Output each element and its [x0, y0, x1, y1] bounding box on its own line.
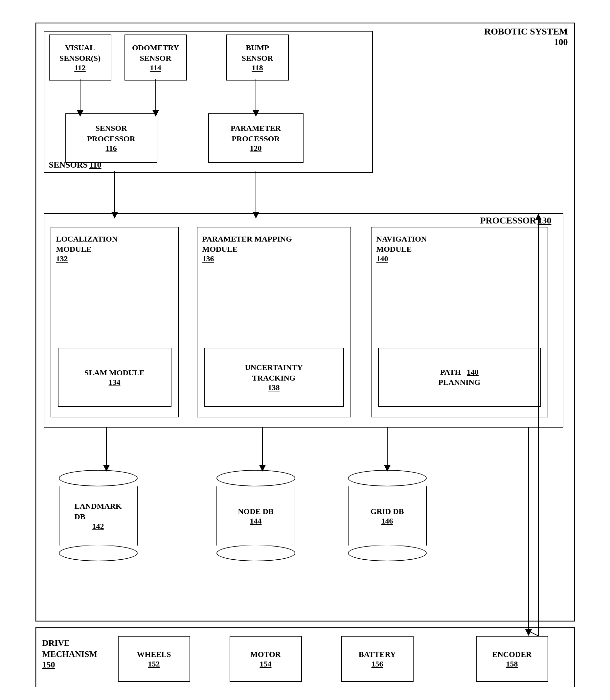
svg-marker-21 [525, 629, 532, 636]
odometry-sensor-box: ODOMETRYSENSOR 114 [125, 34, 187, 80]
diagram-container: ROBOTIC SYSTEM 100 SENSORS 110 VISUALSEN… [26, 13, 584, 687]
svg-marker-11 [111, 212, 118, 219]
sensor-processor-box: SENSORPROCESSOR 116 [65, 113, 157, 163]
localization-module-box: LOCALIZATIONMODULE 132 SLAM MODULE 134 [51, 227, 179, 417]
wheels-box: WHEELS 152 [118, 636, 190, 682]
motor-box: MOTOR 154 [230, 636, 302, 682]
battery-box: BATTERY 156 [341, 636, 414, 682]
encoder-box: ENCODER 158 [476, 636, 548, 682]
path-planning-box: PATH 140PLANNING [378, 348, 541, 407]
svg-line-24 [529, 631, 539, 636]
drive-mechanism-label: DRIVEMECHANISM 150 [42, 638, 98, 670]
robotic-system-label: ROBOTIC SYSTEM 100 [484, 26, 568, 47]
processor-label: PROCESSOR 130 [480, 215, 551, 226]
grid-db-cylinder: GRID DB 146 [348, 470, 427, 561]
node-db-cylinder: NODE DB 144 [216, 470, 295, 561]
visual-sensor-box: VISUALSENSOR(S) 112 [49, 34, 111, 80]
parameter-mapping-module-box: PARAMETER MAPPINGMODULE 136 UNCERTAINTYT… [197, 227, 351, 417]
navigation-module-box: NAVIGATIONMODULE 140 PATH 140PLANNING [371, 227, 548, 417]
parameter-processor-box: PARAMETERPROCESSOR 120 [208, 113, 304, 163]
uncertainty-tracking-box: UNCERTAINTYTRACKING 138 [204, 348, 344, 407]
bump-sensor-box: BUMPSENSOR 118 [226, 34, 289, 80]
slam-module-box: SLAM MODULE 134 [58, 348, 172, 407]
svg-marker-13 [253, 212, 259, 219]
landmark-db-cylinder: LANDMARKDB 142 [59, 470, 138, 561]
